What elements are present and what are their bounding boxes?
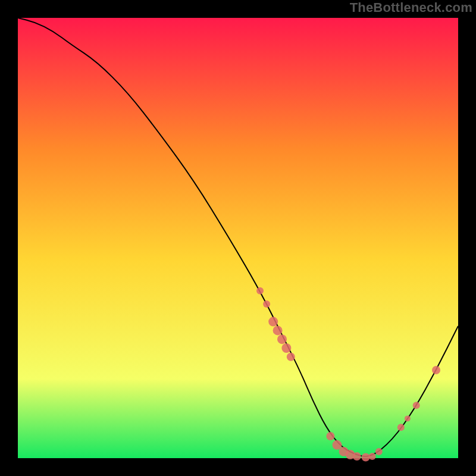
data-marker (268, 317, 278, 327)
data-marker (432, 366, 440, 374)
attribution-text: TheBottleneck.com (350, 0, 472, 15)
data-marker (375, 448, 383, 455)
data-marker (273, 325, 283, 335)
data-marker (369, 453, 376, 460)
data-marker (326, 432, 334, 440)
data-marker (405, 415, 411, 421)
chart-frame: TheBottleneck.com (0, 0, 476, 476)
data-marker (277, 334, 287, 344)
data-marker (263, 300, 270, 308)
data-marker (397, 424, 405, 431)
data-marker (281, 343, 291, 353)
data-marker (362, 453, 370, 462)
data-marker (287, 353, 295, 361)
data-marker (353, 452, 361, 461)
plot-background (18, 18, 458, 458)
bottleneck-chart (0, 0, 476, 476)
data-marker (256, 287, 264, 295)
data-marker (413, 402, 420, 409)
